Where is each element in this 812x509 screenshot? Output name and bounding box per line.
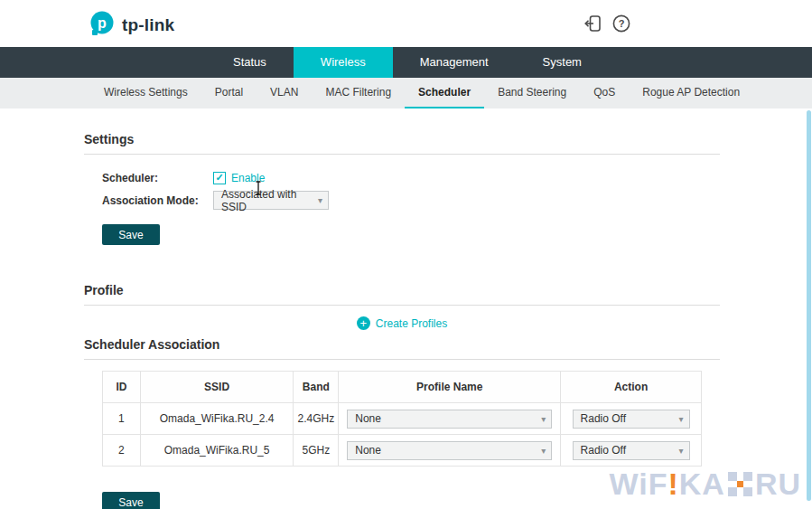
scheduler-association-heading: Scheduler Association [84, 330, 720, 352]
chevron-down-icon: ▾ [541, 414, 546, 424]
profile-divider [84, 305, 720, 306]
action-value: Radio Off [581, 412, 626, 425]
cell-action: Radio Off ▾ [561, 403, 702, 435]
tp-link-logo-icon: p [89, 10, 116, 41]
vertical-scrollbar[interactable] [807, 110, 811, 501]
sub-nav: Wireless Settings Portal VLAN MAC Filter… [0, 78, 812, 108]
checkmark-icon: ✓ [215, 173, 223, 183]
cell-profile-name: None ▾ [339, 403, 561, 435]
cell-band: 5GHz [294, 435, 339, 467]
logo-text: tp-link [122, 15, 174, 35]
settings-divider [84, 154, 720, 155]
exit-icon[interactable] [583, 14, 602, 33]
header: p tp-link ? [0, 0, 812, 47]
col-header-profile-name: Profile Name [339, 372, 561, 403]
subtab-band-steering[interactable]: Band Steering [484, 78, 580, 108]
scheduler-label: Scheduler: [102, 172, 213, 184]
plus-icon: + [357, 316, 370, 330]
svg-text:?: ? [619, 18, 625, 29]
cell-profile-name: None ▾ [339, 435, 561, 467]
profile-name-select[interactable]: None ▾ [347, 410, 552, 429]
profile-heading: Profile [84, 245, 720, 297]
qr-code-icon [728, 472, 752, 496]
text-cursor-pointer [254, 181, 263, 199]
create-profiles-link[interactable]: + Create Profiles [84, 316, 720, 330]
scheduler-row: Scheduler: ✓ Enable [102, 166, 720, 189]
watermark-text: KA [679, 467, 725, 502]
association-save-button[interactable]: Save [102, 492, 160, 509]
col-header-ssid: SSID [140, 372, 294, 403]
subtab-mac-filtering[interactable]: MAC Filtering [312, 78, 405, 108]
tab-management[interactable]: Management [393, 47, 516, 78]
main-nav: Status Wireless Management System [0, 47, 812, 78]
tp-link-logo[interactable]: p tp-link [89, 10, 174, 41]
action-select[interactable]: Radio Off ▾ [573, 441, 690, 460]
cell-id: 1 [103, 403, 141, 435]
col-header-action: Action [561, 372, 702, 403]
association-mode-value: Associated with SSID [221, 188, 313, 213]
watermark-text: WiF [609, 467, 667, 502]
profile-name-select[interactable]: None ▾ [347, 441, 552, 460]
tab-wireless[interactable]: Wireless [294, 47, 393, 78]
settings-heading: Settings [84, 108, 720, 146]
subtab-qos[interactable]: QoS [580, 78, 629, 108]
cell-ssid: Omada_WiFika.RU_2.4 [140, 403, 294, 435]
col-header-band: Band [294, 372, 339, 403]
cell-band: 2.4GHz [294, 403, 339, 435]
table-row: 1 Omada_WiFika.RU_2.4 2.4GHz None ▾ Radi… [103, 403, 702, 435]
watermark-accent: ! [667, 467, 678, 502]
table-header-row: ID SSID Band Profile Name Action [103, 372, 702, 403]
profile-name-value: None [355, 444, 381, 457]
chevron-down-icon: ▾ [679, 414, 684, 424]
create-profiles-label: Create Profiles [376, 317, 447, 330]
action-value: Radio Off [581, 444, 626, 457]
cell-id: 2 [103, 435, 141, 467]
help-icon[interactable]: ? [611, 14, 631, 33]
tab-status[interactable]: Status [206, 47, 294, 78]
association-mode-row: Association Mode: Associated with SSID ▾ [102, 189, 720, 212]
content: Settings Scheduler: ✓ Enable Association… [0, 108, 812, 509]
chevron-down-icon: ▾ [541, 446, 546, 456]
subtab-scheduler[interactable]: Scheduler [405, 78, 484, 108]
cell-action: Radio Off ▾ [561, 435, 702, 467]
chevron-down-icon: ▾ [679, 446, 684, 456]
subtab-wireless-settings[interactable]: Wireless Settings [90, 78, 201, 108]
table-row: 2 Omada_WiFika.RU_5 5GHz None ▾ Radio Of… [103, 435, 702, 467]
association-mode-label: Association Mode: [102, 194, 213, 207]
subtab-vlan[interactable]: VLAN [257, 78, 312, 108]
action-select[interactable]: Radio Off ▾ [573, 410, 690, 429]
chevron-down-icon: ▾ [318, 195, 322, 205]
tab-system[interactable]: System [516, 47, 609, 78]
col-header-id: ID [103, 372, 141, 403]
enable-checkbox[interactable]: ✓ [213, 172, 226, 184]
cell-ssid: Omada_WiFika.RU_5 [140, 435, 294, 467]
profile-name-value: None [355, 412, 381, 425]
subtab-portal[interactable]: Portal [201, 78, 257, 108]
header-icons: ? [583, 14, 631, 33]
scheduler-association-table: ID SSID Band Profile Name Action 1 Omada… [102, 371, 702, 467]
subtab-rogue-ap-detection[interactable]: Rogue AP Detection [629, 78, 753, 108]
scheduler-association-divider [84, 359, 720, 360]
wifika-watermark: WiF!KA RU [609, 467, 801, 502]
watermark-text: RU [755, 467, 801, 502]
settings-save-button[interactable]: Save [102, 224, 160, 245]
association-mode-select[interactable]: Associated with SSID ▾ [213, 191, 329, 210]
svg-text:p: p [98, 15, 107, 31]
